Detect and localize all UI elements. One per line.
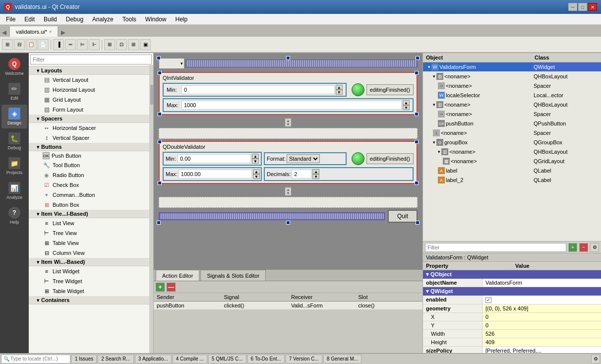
tree-item-column-view[interactable]: ⊟ Column View — [29, 248, 153, 258]
obj-row-12[interactable]: A label_2 QLabel — [423, 176, 601, 185]
minimize-button[interactable]: ─ — [568, 3, 577, 11]
sidebar-debug[interactable]: 🐛 Debug — [1, 129, 27, 153]
toolbar-btn-9[interactable]: ⊞ — [104, 39, 115, 50]
tree-item-horizontal-layout[interactable]: ▥ Horizontal Layout — [29, 85, 153, 95]
tree-arrow-1[interactable]: ▾ — [433, 74, 435, 79]
sidebar-help[interactable]: ? Help — [1, 204, 27, 228]
tree-item-tree-widget[interactable]: ⊢ Tree Widget — [29, 276, 153, 286]
toolbar-btn-10[interactable]: ⊡ — [116, 39, 127, 50]
menu-help[interactable]: Help — [172, 15, 192, 24]
format-select[interactable]: Standard — [287, 154, 320, 163]
status-compile[interactable]: 4 Compile ... — [173, 355, 207, 364]
tree-item-list-widget[interactable]: ≡ List Widget — [29, 266, 153, 276]
tree-item-list-view[interactable]: ≡ List View — [29, 218, 153, 228]
filter-remove-btn[interactable]: − — [579, 243, 588, 252]
toolbar-btn-8[interactable]: ⊩ — [89, 39, 100, 50]
tree-arrow-9[interactable]: ▾ — [438, 149, 440, 154]
enabled-checkbox[interactable] — [485, 297, 491, 303]
tree-section-item-widgets[interactable]: Item Wi...-Based) — [29, 258, 153, 266]
tab-close-button[interactable]: × — [49, 29, 52, 34]
qdouble-max-up[interactable]: ▲ — [253, 169, 260, 174]
qdouble-min-up[interactable]: ▲ — [252, 154, 259, 159]
obj-row-validatorsform[interactable]: ▾ W ValidatorsForm QWidget — [423, 62, 601, 72]
obj-row-3[interactable]: W localeSelector Local...ector — [423, 91, 601, 100]
obj-row-5[interactable]: ↔ <noname> Spacer — [423, 110, 601, 119]
qint-max-down[interactable]: ▼ — [403, 105, 410, 110]
tree-section-layouts[interactable]: Layouts — [29, 66, 153, 75]
maximize-button[interactable]: □ — [578, 3, 587, 11]
toolbar-btn-12[interactable]: ▣ — [140, 39, 151, 50]
qdouble-min-input[interactable] — [178, 154, 251, 163]
obj-row-2[interactable]: ↔ <noname> Spacer — [423, 81, 601, 91]
window-controls[interactable]: ─ □ ✕ — [568, 3, 597, 11]
menu-analyze[interactable]: Analyze — [88, 15, 118, 24]
toolbar-btn-6[interactable]: ═ — [65, 39, 76, 50]
sidebar-design[interactable]: ◈ Design — [1, 105, 27, 128]
toolbar-btn-11[interactable]: ⊞ — [128, 39, 139, 50]
qint-min-input[interactable] — [181, 85, 335, 94]
qint-min-up[interactable]: ▲ — [336, 85, 343, 90]
tab-arrow-left[interactable]: ◂ — [2, 28, 6, 37]
toolbar-btn-3[interactable]: 📋 — [26, 39, 37, 50]
add-signal-button[interactable]: + — [156, 283, 165, 292]
tree-item-form-layout[interactable]: ▧ Form Layout — [29, 105, 153, 115]
decimals-down[interactable]: ▼ — [312, 174, 319, 179]
tree-arrow-0[interactable]: ▾ — [428, 64, 430, 69]
toolbar-btn-7[interactable]: ⊨ — [77, 39, 88, 50]
qdouble-max-down[interactable]: ▼ — [253, 174, 260, 179]
filter-options-btn[interactable]: ⚙ — [590, 243, 599, 252]
tab-signals-slots[interactable]: Signals & Slots Editor — [200, 270, 266, 281]
qint-min-down[interactable]: ▼ — [336, 90, 343, 95]
tree-item-table-widget[interactable]: ⊞ Table Widget — [29, 286, 153, 296]
obj-row-10[interactable]: ▦ <noname> QGridLayout — [423, 157, 601, 166]
toolbar-btn-2[interactable]: ⊟ — [14, 39, 25, 50]
sidebar-edit[interactable]: ✏ Edit — [1, 80, 27, 104]
tab-validators-ui[interactable]: validators.ui* × — [9, 26, 58, 37]
tree-item-push-button[interactable]: OK Push Button — [29, 151, 153, 160]
obj-row-6[interactable]: OK pushButton QPushButton — [423, 119, 601, 128]
obj-row-8[interactable]: ▾ G groupBox QGroupBox — [423, 138, 601, 147]
tree-section-spacers[interactable]: Spacers — [29, 115, 153, 123]
widget-filter-input[interactable] — [30, 55, 152, 64]
status-general[interactable]: 8 General M... — [323, 355, 361, 364]
menu-edit[interactable]: Edit — [20, 15, 39, 24]
tree-arrow-4[interactable]: ▾ — [433, 102, 435, 107]
tree-item-radio-button[interactable]: ◉ Radio Button — [29, 170, 153, 180]
horizontal-scrollbar-top[interactable] — [185, 60, 418, 67]
status-qml[interactable]: 5 QML/JS C... — [208, 355, 246, 364]
obj-row-7[interactable]: ↕ <noname> Spacer — [423, 128, 601, 138]
qint-max-up[interactable]: ▲ — [403, 100, 410, 105]
status-search[interactable]: 2 Search R... — [98, 355, 133, 364]
qint-signal-btn[interactable]: editingFinished() — [366, 84, 414, 95]
toolbar-btn-1[interactable]: ⊞ — [2, 39, 13, 50]
sidebar-welcome[interactable]: Q Welcome — [1, 55, 27, 79]
qdouble-max-input[interactable] — [179, 170, 252, 179]
combo-box[interactable]: ▾ — [159, 58, 184, 69]
tree-item-button-box[interactable]: ⊞ Button Box — [29, 200, 153, 210]
status-issues[interactable]: 1 Issues — [71, 355, 97, 364]
status-settings-btn[interactable]: ⚙ — [591, 355, 600, 364]
toolbar-btn-4[interactable]: 📄 — [38, 39, 49, 50]
tree-item-tool-button[interactable]: 🔧 Tool Button — [29, 160, 153, 170]
decimals-input[interactable] — [292, 170, 311, 179]
obj-row-4[interactable]: ▾ ▥ <noname> QHBoxLayout — [423, 100, 601, 110]
design-canvas[interactable]: ▾ QIntValidator — [154, 53, 422, 269]
menu-build[interactable]: Build — [40, 15, 61, 24]
obj-row-11[interactable]: A label QLabel — [423, 166, 601, 176]
sidebar-analyze[interactable]: 📊 Analyze — [1, 179, 27, 203]
decimals-up[interactable]: ▲ — [312, 169, 319, 174]
signal-row-0[interactable]: pushButton clicked() Valid...sForm close… — [154, 302, 422, 310]
qdouble-min-down[interactable]: ▼ — [252, 159, 259, 164]
tab-arrow-right[interactable]: ▸ — [61, 28, 65, 37]
tree-item-command-button[interactable]: ▾ Comman...Button — [29, 190, 153, 200]
quit-button[interactable]: Quit — [388, 210, 418, 223]
property-filter-input[interactable] — [425, 243, 566, 252]
tree-item-tree-view[interactable]: ⊢ Tree View — [29, 228, 153, 238]
tree-item-h-spacer[interactable]: ↔ Horizontal Spacer — [29, 123, 153, 133]
tree-item-check-box[interactable]: ☑ Check Box — [29, 180, 153, 190]
tree-item-vertical-layout[interactable]: ▤ Vertical Layout — [29, 75, 153, 85]
close-button[interactable]: ✕ — [588, 3, 597, 11]
tree-section-containers[interactable]: Containers — [29, 296, 153, 304]
locate-input[interactable] — [10, 356, 65, 362]
tree-section-item-views[interactable]: Item Vie...l-Based) — [29, 210, 153, 218]
